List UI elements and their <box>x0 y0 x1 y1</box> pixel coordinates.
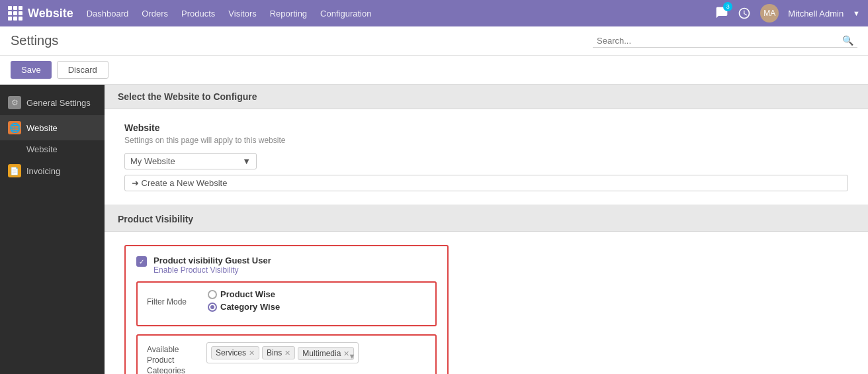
visibility-section-body: ✓ Product visibility Guest User Enable P… <box>105 232 868 374</box>
website-icon: 🌐 <box>8 121 21 134</box>
select-arrow-icon: ▼ <box>242 156 251 166</box>
website-field-label: Website <box>124 122 848 133</box>
nav-reporting[interactable]: Reporting <box>270 9 307 19</box>
available-categories-box: Available Product Categories Services ✕ … <box>136 334 437 374</box>
nav-configuration[interactable]: Configuration <box>320 9 371 19</box>
website-select[interactable]: My Website ▼ <box>124 153 257 169</box>
main-layout: ⚙ General Settings 🌐 Website Website 📄 I… <box>0 85 868 374</box>
tag-bins-close[interactable]: ✕ <box>284 349 290 357</box>
gear-icon: ⚙ <box>8 96 21 109</box>
discard-button[interactable]: Discard <box>57 61 108 79</box>
tag-services: Services ✕ <box>211 346 259 359</box>
chat-icon-wrap[interactable]: 3 <box>715 6 728 21</box>
visibility-section-header: Product Visibility <box>105 207 868 232</box>
nav-dashboard[interactable]: Dashboard <box>87 9 129 19</box>
radio-circle-category <box>208 303 217 312</box>
checkbox-row: ✓ Product visibility Guest User Enable P… <box>136 256 437 275</box>
sidebar-label-website: Website <box>26 123 58 133</box>
radio-category-wise[interactable]: Category Wise <box>208 302 280 312</box>
search-bar: 🔍 <box>593 34 857 48</box>
sidebar-subitem-website[interactable]: Website <box>0 140 105 158</box>
clock-icon[interactable] <box>738 7 751 20</box>
avail-label-col: Available Product Categories <box>147 342 200 374</box>
sidebar-label-invoicing: Invoicing <box>26 166 60 176</box>
website-section-header: Select the Website to Configure <box>105 85 868 109</box>
sidebar-label-general: General Settings <box>26 98 91 108</box>
tag-services-close[interactable]: ✕ <box>249 349 255 357</box>
grid-icon <box>8 6 22 21</box>
sidebar-item-invoicing[interactable]: 📄 Invoicing <box>0 158 105 183</box>
create-new-website-link[interactable]: ➜ Create a New Website <box>124 175 848 191</box>
invoice-icon: 📄 <box>8 164 21 177</box>
topnav-right: 3 MA Mitchell Admin ▼ <box>715 4 860 23</box>
website-field-desc: Settings on this page will apply to this… <box>124 136 848 145</box>
topnav: Website Dashboard Orders Products Visito… <box>0 0 868 26</box>
content-area: Select the Website to Configure Website … <box>105 85 868 374</box>
filter-mode-box: Filter Mode Product Wise Category Wise <box>136 281 437 326</box>
visibility-checkbox[interactable]: ✓ <box>136 256 147 267</box>
admin-label: Mitchell Admin <box>788 9 844 19</box>
sidebar-item-general[interactable]: ⚙ General Settings <box>0 90 105 115</box>
search-icon: 🔍 <box>842 35 853 46</box>
website-select-wrap: My Website ▼ ➜ Create a New Website <box>124 153 848 191</box>
website-section-body: Website Settings on this page will apply… <box>105 109 868 207</box>
search-input[interactable] <box>597 36 842 46</box>
tag-multimedia: Multimedia ✕ <box>298 347 354 360</box>
app-logo[interactable]: Website <box>8 6 73 21</box>
sidebar: ⚙ General Settings 🌐 Website Website 📄 I… <box>0 85 105 374</box>
toolbar: Save Discard <box>0 56 868 85</box>
sidebar-item-website[interactable]: 🌐 Website <box>0 115 105 140</box>
page-header: Settings 🔍 <box>0 26 868 56</box>
tag-bins: Bins ✕ <box>262 346 295 359</box>
nav-orders[interactable]: Orders <box>142 9 168 19</box>
nav-products[interactable]: Products <box>181 9 215 19</box>
checkbox-text: Product visibility Guest User Enable Pro… <box>153 256 271 275</box>
page-title: Settings <box>11 33 58 48</box>
visibility-box: ✓ Product visibility Guest User Enable P… <box>124 245 449 374</box>
topnav-links: Dashboard Orders Products Visitors Repor… <box>87 9 716 19</box>
admin-dropdown-icon[interactable]: ▼ <box>853 9 860 17</box>
save-button[interactable]: Save <box>11 61 52 79</box>
chat-badge: 3 <box>723 2 732 11</box>
filter-mode-label: Filter Mode <box>147 297 200 306</box>
filter-row: Filter Mode Product Wise Category Wise <box>147 289 426 314</box>
radio-product-wise[interactable]: Product Wise <box>208 289 280 299</box>
nav-visitors[interactable]: Visitors <box>228 9 256 19</box>
app-title: Website <box>28 7 73 21</box>
tags-dropdown-arrow[interactable]: ▼ <box>349 352 356 360</box>
radio-circle-product <box>208 290 217 299</box>
categories-tags-input[interactable]: Services ✕ Bins ✕ Multimedia ✕ <box>206 342 359 363</box>
avail-row: Available Product Categories Services ✕ … <box>147 342 426 374</box>
filter-options: Product Wise Category Wise <box>208 289 280 314</box>
avatar[interactable]: MA <box>760 4 779 23</box>
